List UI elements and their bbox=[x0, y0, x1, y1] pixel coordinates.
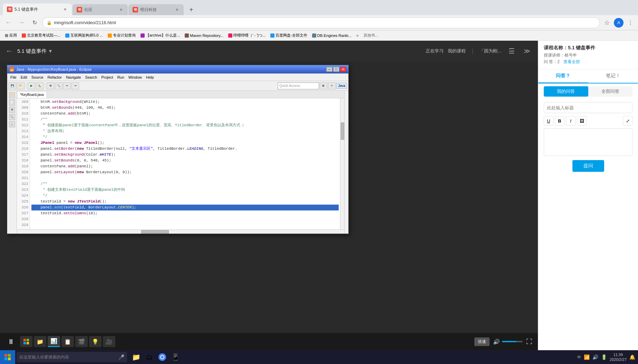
tab-close-2[interactable]: ✕ bbox=[118, 7, 124, 12]
sidebar-icon-3[interactable]: ⚙ bbox=[9, 107, 15, 113]
eclipse-hscrollbar[interactable] bbox=[17, 229, 344, 234]
qa-content-textarea[interactable] bbox=[544, 128, 632, 156]
bookmark-8[interactable]: DB-Engines Ranki... bbox=[310, 33, 354, 38]
new-tab-button[interactable]: + bbox=[186, 4, 197, 15]
volume-control[interactable]: 🔊 bbox=[493, 338, 523, 345]
tab-close-3[interactable]: ✕ bbox=[174, 7, 180, 12]
bookmark-1[interactable]: 北京教育考试院—... bbox=[20, 32, 62, 39]
sidebar-icon-5[interactable]: ↕ bbox=[9, 121, 15, 127]
toolbar-btn-7[interactable]: ⊞ bbox=[320, 82, 327, 89]
sidebar-icon-2[interactable]: 📄 bbox=[9, 99, 15, 106]
speed-control[interactable]: 倍速 bbox=[474, 337, 490, 346]
taskbar-recording-icon[interactable]: 🎥 bbox=[103, 336, 115, 347]
address-bar[interactable]: 🔒 mingrisoft.com/video/2116.html bbox=[42, 17, 600, 28]
toolbar-btn-4[interactable]: 🔍 bbox=[55, 82, 62, 89]
taskbar-volume-icon[interactable]: 🔊 bbox=[592, 354, 598, 360]
tab-inactive-2[interactable]: 明 社区 ✕ bbox=[72, 4, 128, 15]
bookmark-5[interactable]: Maven Repository... bbox=[183, 33, 225, 38]
eclipse-minimize-btn[interactable]: ─ bbox=[326, 67, 332, 72]
bookmark-3[interactable]: 专业计划查询 bbox=[106, 32, 138, 39]
taskbar-app-app4[interactable]: 📱 bbox=[169, 351, 182, 363]
code-editor[interactable]: 309 309 310 311 312 313 314 315 316 31 bbox=[17, 98, 344, 229]
qa-sub-tab-all[interactable]: 全部问答 bbox=[588, 86, 633, 97]
format-bold-btn[interactable]: B bbox=[555, 116, 564, 126]
toolbar-btn-2[interactable]: 📂 bbox=[17, 82, 25, 89]
taskbar-camtasia-icon[interactable]: 🎬 bbox=[75, 336, 88, 347]
menu-run[interactable]: Run bbox=[116, 75, 126, 80]
format-image-btn[interactable]: 🖼 bbox=[577, 116, 587, 126]
taskbar-explorer-icon[interactable]: 📁 bbox=[34, 336, 46, 347]
eclipse-vscrollbar[interactable] bbox=[340, 98, 344, 229]
taskbar-notification-icon[interactable]: 🔔 bbox=[629, 354, 635, 360]
menu-project[interactable]: Project bbox=[99, 75, 115, 80]
toolbar-btn-1[interactable]: 💾 bbox=[9, 82, 16, 89]
format-expand-btn[interactable]: ⤢ bbox=[623, 116, 632, 126]
extensions-btn[interactable]: ⋮ bbox=[626, 18, 635, 28]
menu-search[interactable]: Search bbox=[84, 75, 99, 80]
user-menu[interactable]: A bbox=[614, 18, 624, 28]
tab-close-1[interactable]: ✕ bbox=[62, 7, 68, 12]
format-underline-btn[interactable]: U bbox=[544, 116, 553, 126]
toolbar-btn-8[interactable]: ☕ bbox=[328, 82, 336, 89]
fullscreen-button[interactable]: ⛶ bbox=[526, 338, 532, 345]
taskbar-app-chrome[interactable] bbox=[156, 351, 168, 363]
taskbar-network-icon[interactable]: 📶 bbox=[584, 354, 590, 360]
course-dropdown-icon[interactable]: ▼ bbox=[48, 48, 53, 54]
taskbar-app-folder[interactable]: 🗂 bbox=[143, 351, 155, 363]
menu-edit[interactable]: Edit bbox=[19, 75, 29, 80]
bookmarks-other[interactable]: 其他书... bbox=[361, 32, 380, 39]
bookmark-star[interactable]: ☆ bbox=[602, 18, 612, 28]
quick-access-field[interactable]: Quick Access bbox=[278, 82, 319, 89]
refresh-button[interactable]: ↻ bbox=[29, 17, 40, 28]
taskbar-lang-indicator[interactable]: 中 bbox=[577, 355, 581, 360]
qa-sub-tab-mine[interactable]: 我的问答 bbox=[544, 86, 588, 97]
qa-submit-button[interactable]: 提问 bbox=[572, 160, 604, 172]
bookmark-7[interactable]: 百度网盘-全部文件 bbox=[268, 32, 309, 39]
editor-tab-keyboard[interactable]: *KeyBoard.java bbox=[17, 91, 47, 98]
toolbar-btn-3[interactable]: ⚙ bbox=[47, 82, 54, 89]
volume-bar[interactable] bbox=[502, 341, 523, 342]
more-options-btn[interactable]: ≫ bbox=[521, 46, 532, 57]
toolbar-btn-5[interactable]: ↩ bbox=[63, 82, 71, 89]
back-button[interactable]: ← bbox=[3, 17, 14, 28]
forward-button[interactable]: → bbox=[16, 17, 27, 28]
menu-file[interactable]: File bbox=[9, 75, 18, 80]
bookmark-6[interactable]: 哔哩哔哩（' - ')つ... bbox=[226, 32, 268, 39]
course-back-button[interactable]: ← bbox=[6, 47, 13, 56]
bookmarks-more[interactable]: » bbox=[354, 32, 361, 39]
format-italic-btn[interactable]: I bbox=[566, 116, 576, 126]
taskbar-win-icon[interactable] bbox=[20, 336, 32, 347]
taskbar-mic-icon[interactable]: 🎤 bbox=[118, 354, 124, 360]
bookmark-4[interactable]: 【archive】什么是... bbox=[138, 32, 182, 39]
taskbar-powerpoint1-icon[interactable]: 📊 bbox=[48, 336, 60, 347]
eclipse-vscroll-thumb[interactable] bbox=[341, 122, 344, 140]
play-pause-button[interactable]: ⏸ bbox=[6, 336, 17, 347]
taskbar-idea-icon[interactable]: 💡 bbox=[89, 336, 102, 347]
expand-panel-btn[interactable]: ☰ bbox=[506, 46, 517, 57]
taskbar-app-fileexplorer[interactable]: 📁 bbox=[130, 351, 142, 363]
my-course-link[interactable]: 我的课程 bbox=[448, 48, 466, 54]
menu-refactor[interactable]: Refactor bbox=[46, 75, 64, 80]
taskbar-search-box[interactable]: 在这里输入你要搜索的内容 🎤 bbox=[17, 352, 127, 362]
bookmark-apps[interactable]: ⊞ 应用 bbox=[3, 32, 19, 39]
tab-active[interactable]: 明 5.1 键盘事件 ✕ bbox=[3, 3, 72, 15]
qa-title-input[interactable] bbox=[544, 102, 632, 113]
qa-view-all-link[interactable]: 查看全部 bbox=[563, 59, 580, 64]
start-button[interactable] bbox=[0, 350, 15, 364]
sidebar-icon-1[interactable]: 📁 bbox=[9, 92, 15, 98]
qa-tab-qa[interactable]: 问答？ bbox=[538, 69, 588, 83]
sidebar-icon-4[interactable]: 🔍 bbox=[9, 114, 15, 120]
toolbar-btn-6[interactable]: ↪ bbox=[71, 82, 79, 89]
bookmark-2[interactable]: 互联网架构师5.0 ... bbox=[63, 32, 105, 39]
qa-tab-notes[interactable]: 笔记！ bbox=[588, 69, 638, 83]
menu-help[interactable]: Help bbox=[144, 75, 156, 80]
menu-source[interactable]: Source bbox=[30, 75, 45, 80]
tab-inactive-3[interactable]: 明 明日科技 ✕ bbox=[128, 4, 184, 15]
eclipse-hscroll-thumb[interactable] bbox=[141, 230, 169, 234]
toolbar-btn-debug[interactable]: 🐛 bbox=[36, 82, 44, 89]
code-lines[interactable]: btnM.setBackground(White); btnM.setBound… bbox=[30, 98, 340, 229]
taskbar-clock[interactable]: 11:39 2020/2/27 bbox=[610, 352, 627, 362]
taskbar-powerpoint2-icon[interactable]: 📋 bbox=[61, 336, 74, 347]
toolbar-btn-run[interactable]: ▶ bbox=[28, 82, 35, 89]
eclipse-close-btn[interactable]: ✕ bbox=[340, 67, 346, 72]
